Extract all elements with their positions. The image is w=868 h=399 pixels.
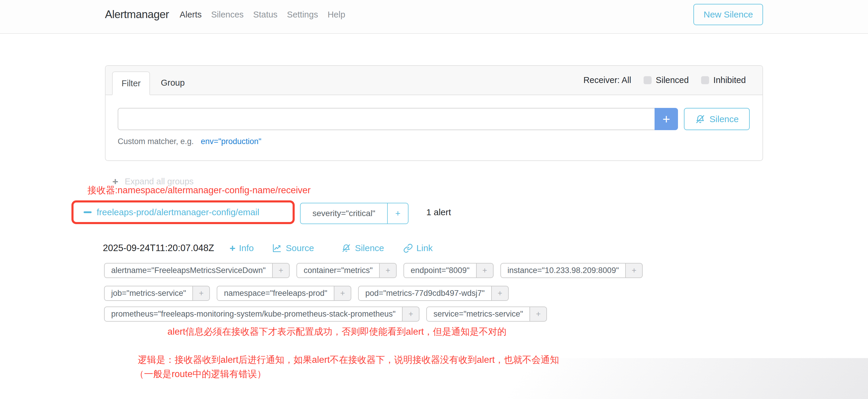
alert-label: container="metrics"+ bbox=[297, 263, 397, 278]
bottom-fade bbox=[334, 358, 868, 399]
group-matcher: severity="critical" + bbox=[300, 203, 408, 224]
inhibited-filter-toggle[interactable]: Inhibited bbox=[701, 75, 746, 85]
filter-card-header: Filter Group Receiver: All Silenced Inhi… bbox=[105, 66, 763, 95]
group-matcher-button[interactable]: severity="critical" bbox=[300, 203, 387, 224]
filter-card: Filter Group Receiver: All Silenced Inhi… bbox=[105, 65, 763, 161]
nav-alerts[interactable]: Alerts bbox=[180, 10, 202, 20]
alert-header-row: 2025-09-24T11:20:07.048Z + Info Source S… bbox=[103, 242, 433, 254]
annotation-receiver-note: 接收器:namespace/altermanager-config-name/r… bbox=[88, 184, 311, 196]
bell-slash-icon bbox=[341, 243, 351, 253]
nav-settings[interactable]: Settings bbox=[287, 10, 318, 20]
nav-silences[interactable]: Silences bbox=[211, 10, 244, 20]
alert-label-add-button[interactable]: + bbox=[193, 286, 210, 301]
nav-status[interactable]: Status bbox=[253, 10, 277, 20]
matcher-input[interactable] bbox=[118, 108, 655, 130]
annotation-line-1: alert信息必须在接收器下才表示配置成功，否则即使能看到alert，但是通知是… bbox=[167, 326, 507, 338]
new-silence-button[interactable]: New Silence bbox=[693, 4, 763, 25]
silenced-label: Silenced bbox=[656, 75, 689, 85]
silence-filter-label: Silence bbox=[709, 114, 739, 124]
tab-group[interactable]: Group bbox=[161, 71, 185, 95]
silenced-filter-toggle[interactable]: Silenced bbox=[644, 75, 689, 85]
alert-labels-row: job="metrics-service"+ namespace="freele… bbox=[104, 286, 509, 301]
chart-line-icon bbox=[272, 243, 282, 253]
receiver-group-toggle[interactable]: freeleaps-prod/alertmanager-config/email bbox=[84, 201, 259, 224]
silenced-checkbox[interactable] bbox=[644, 76, 652, 84]
alert-label-text[interactable]: instance="10.233.98.209:8009" bbox=[500, 263, 626, 278]
alert-label-add-button[interactable]: + bbox=[626, 263, 643, 278]
alert-label-text[interactable]: container="metrics" bbox=[297, 263, 380, 278]
alert-label-add-button[interactable]: + bbox=[530, 307, 547, 321]
alert-label: alertname="FreeleapsMetricsServiceDown"+ bbox=[104, 263, 290, 278]
navbar: Alertmanager Alerts Silences Status Sett… bbox=[0, 0, 868, 34]
alert-label-add-button[interactable]: + bbox=[403, 307, 420, 321]
alert-label-text[interactable]: job="metrics-service" bbox=[104, 286, 193, 301]
alert-labels-row: prometheus="freeleaps-monitoring-system/… bbox=[104, 307, 547, 321]
matcher-hint-text: Custom matcher, e.g. bbox=[118, 137, 194, 146]
bell-slash-icon bbox=[695, 114, 706, 124]
nav-help[interactable]: Help bbox=[328, 10, 345, 20]
alert-label-text[interactable]: prometheus="freeleaps-monitoring-system/… bbox=[104, 307, 403, 321]
alert-label: pod="metrics-77d9cdb497-wdsj7"+ bbox=[358, 286, 509, 301]
permalink-link[interactable]: Link bbox=[403, 243, 433, 253]
tab-filter[interactable]: Filter bbox=[112, 71, 150, 95]
link-icon bbox=[403, 243, 413, 253]
alert-label-add-button[interactable]: + bbox=[334, 286, 351, 301]
inhibited-checkbox[interactable] bbox=[701, 76, 709, 84]
alert-label-add-button[interactable]: + bbox=[477, 263, 494, 278]
add-matcher-button[interactable]: + bbox=[655, 108, 678, 130]
alert-label-add-button[interactable]: + bbox=[380, 263, 397, 278]
silence-filter-button[interactable]: Silence bbox=[684, 108, 750, 130]
plus-icon: + bbox=[229, 243, 236, 253]
source-link[interactable]: Source bbox=[272, 243, 314, 253]
group-matcher-add-button[interactable]: + bbox=[387, 203, 408, 224]
source-label: Source bbox=[286, 243, 314, 253]
alert-label: namespace="freeleaps-prod"+ bbox=[217, 286, 351, 301]
filter-card-body: + Silence Custom matcher, e.g. env="prod… bbox=[105, 95, 763, 160]
silence-alert-label: Silence bbox=[355, 243, 384, 253]
alert-groups-section: + Expand all groups 接收器:namespace/alterm… bbox=[0, 161, 868, 399]
inhibited-label: Inhibited bbox=[713, 75, 746, 85]
alert-label: service="metrics-service"+ bbox=[426, 307, 547, 321]
alert-label: job="metrics-service"+ bbox=[104, 286, 210, 301]
alert-count: 1 alert bbox=[426, 201, 451, 224]
main-nav: Alerts Silences Status Settings Help bbox=[180, 10, 345, 20]
alert-label: endpoint="8009"+ bbox=[403, 263, 494, 278]
alert-timestamp: 2025-09-24T11:20:07.048Z bbox=[103, 243, 214, 253]
receiver-filter-dropdown[interactable]: Receiver: All bbox=[583, 75, 631, 85]
info-link[interactable]: + Info bbox=[229, 243, 254, 253]
alert-label: instance="10.233.98.209:8009"+ bbox=[500, 263, 643, 278]
app-brand[interactable]: Alertmanager bbox=[105, 8, 169, 21]
minus-icon bbox=[84, 211, 92, 213]
alert-label-text[interactable]: pod="metrics-77d9cdb497-wdsj7" bbox=[358, 286, 492, 301]
alert-label-add-button[interactable]: + bbox=[492, 286, 509, 301]
alert-label-text[interactable]: alertname="FreeleapsMetricsServiceDown" bbox=[104, 263, 273, 278]
alert-label-text[interactable]: service="metrics-service" bbox=[426, 307, 530, 321]
alert-label-add-button[interactable]: + bbox=[273, 263, 290, 278]
alert-label-text[interactable]: endpoint="8009" bbox=[403, 263, 477, 278]
info-label: Info bbox=[239, 243, 254, 253]
silence-alert-link[interactable]: Silence bbox=[341, 243, 384, 253]
alert-label-text[interactable]: namespace="freeleaps-prod" bbox=[217, 286, 334, 301]
annotation-line-3: （一般是route中的逻辑有错误） bbox=[135, 368, 266, 380]
alert-labels-row: alertname="FreeleapsMetricsServiceDown"+… bbox=[104, 263, 643, 278]
matcher-example-link[interactable]: env="production" bbox=[201, 137, 261, 146]
link-label: Link bbox=[416, 243, 433, 253]
receiver-group-name: freeleaps-prod/alertmanager-config/email bbox=[97, 207, 259, 217]
alert-label: prometheus="freeleaps-monitoring-system/… bbox=[104, 307, 420, 321]
